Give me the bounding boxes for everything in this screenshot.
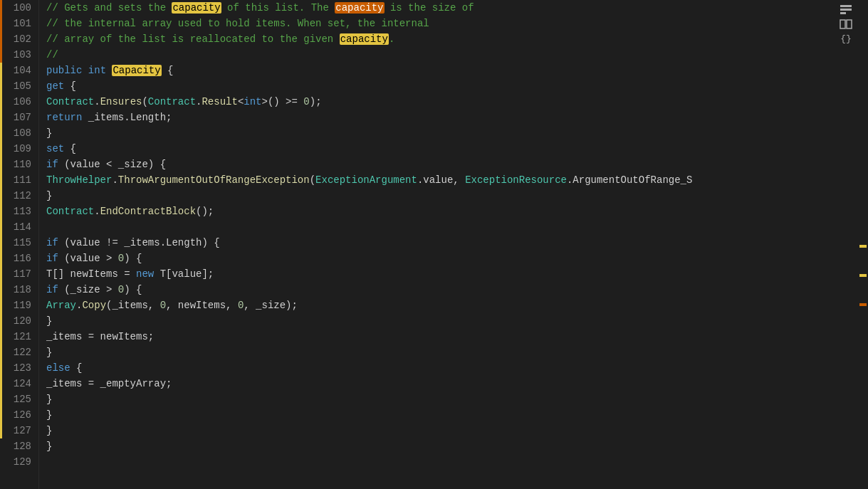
code-line: public int Capacity { (46, 63, 858, 78)
comment-token: // array of the list is reallocated to t… (46, 33, 340, 45)
comment-token: of this list. The (221, 2, 335, 14)
plain-token: ( (142, 96, 147, 107)
svg-rect-3 (840, 20, 845, 28)
plain-token: .value, (417, 174, 465, 186)
code-area[interactable]: // Gets and sets the capacity of this li… (39, 0, 858, 489)
plain-token: ); (310, 96, 322, 107)
comment-token: // the internal array used to hold items… (46, 18, 429, 29)
svg-rect-1 (840, 9, 852, 11)
plain-token: } (46, 425, 52, 436)
line-number: 118 (0, 282, 31, 298)
class-token: Contract (46, 206, 94, 217)
line-number: 100 (0, 0, 31, 16)
code-line: } (46, 345, 858, 360)
code-line: } (46, 423, 858, 438)
plain-token: } (46, 409, 52, 421)
line-number: 107 (0, 110, 31, 125)
code-line: Array.Copy(_items, 0, newItems, 0, _size… (46, 298, 858, 313)
svg-rect-2 (840, 12, 846, 14)
code-line: if (value > 0) { (46, 251, 858, 266)
code-line: else { (46, 360, 858, 376)
line-number: 112 (0, 188, 31, 204)
keyword-token: else (46, 362, 70, 374)
comment-token: // Gets and sets the (46, 2, 172, 14)
line-number: 116 (0, 251, 31, 266)
class-token: Array (46, 300, 76, 311)
line-number: 111 (0, 172, 31, 188)
plain-token: { (70, 362, 83, 374)
plain-token (82, 65, 88, 76)
minimap-toggle-icon[interactable] (838, 4, 854, 16)
class-token: ExceptionResource (465, 174, 567, 186)
scrollbar-area[interactable]: {} (858, 0, 868, 489)
line-number: 129 (0, 454, 31, 470)
line-number: 127 (0, 423, 31, 438)
line-number: 122 (0, 345, 31, 360)
code-line: set { (46, 141, 858, 157)
method-token: Result (202, 96, 237, 107)
split-editor-icon[interactable] (838, 18, 854, 31)
code-line: } (46, 188, 858, 204)
plain-token: ) { (124, 253, 142, 264)
line-number: 117 (0, 266, 31, 282)
number-token: 0 (160, 300, 166, 311)
line-number: 103 (0, 47, 31, 63)
plain-token: (value < _size) { (58, 159, 166, 170)
plain-token: . (112, 174, 117, 186)
class-token: Contract (46, 96, 94, 107)
keyword-token: if (46, 284, 58, 295)
keyword-token: public (46, 65, 82, 76)
line-number: 121 (0, 329, 31, 345)
method-token: Copy (82, 300, 106, 311)
line-number: 101 (0, 16, 31, 31)
method-token: Ensures (100, 96, 142, 107)
plain-token: _items = newItems; (46, 331, 154, 342)
plain-token: .ArgumentOutOfRange_S (567, 174, 692, 186)
plain-token: T[] newItems = (46, 268, 136, 280)
keyword-token: if (46, 253, 58, 264)
plain-token: _items.Length; (82, 112, 172, 123)
code-line: get { (46, 78, 858, 94)
class-token: ThrowHelper (46, 174, 112, 186)
bracket-icon[interactable]: {} (838, 32, 854, 45)
line-number: 110 (0, 157, 31, 172)
line-number: 126 (0, 407, 31, 423)
keyword-token: int (88, 65, 106, 76)
keyword-token: return (46, 112, 82, 123)
code-line: // the internal array used to hold items… (46, 16, 858, 31)
code-line: // array of the list is reallocated to t… (46, 31, 858, 47)
plain-token: ( (310, 174, 315, 186)
line-number: 123 (0, 360, 31, 376)
keyword-token: int (244, 96, 261, 107)
plain-token: } (46, 127, 52, 139)
plain-token: (_items, (106, 300, 160, 311)
line-number: 114 (0, 219, 31, 235)
line-number: 125 (0, 391, 31, 407)
keyword-token: if (46, 237, 58, 248)
scrollbar-indicator (859, 274, 867, 277)
code-line: // (46, 47, 858, 63)
plain-token: { (64, 143, 76, 154)
top-right-icons: {} (838, 4, 854, 45)
line-number: 119 (0, 298, 31, 313)
code-line: } (46, 125, 858, 141)
code-line: return _items.Length; (46, 110, 858, 125)
highlight-yellow-token: Capacity (112, 65, 161, 76)
plain-token: , _size); (244, 300, 298, 311)
number-token: 0 (303, 96, 309, 107)
line-number: 115 (0, 235, 31, 251)
plain-token: . (94, 96, 100, 107)
plain-token: (value != _items.Length) { (58, 237, 220, 248)
line-number: 113 (0, 204, 31, 219)
line-numbers: 1001011021031041051061071081091101111121… (0, 0, 39, 489)
code-line: } (46, 438, 858, 454)
comment-token: . (389, 33, 394, 45)
scrollbar-indicator (859, 245, 867, 248)
code-line (46, 219, 858, 235)
plain-token: } (46, 394, 52, 405)
highlight-yellow-token: capacity (172, 2, 221, 14)
code-line: Contract.Ensures(Contract.Result<int>() … (46, 94, 858, 110)
plain-token: >() >= (262, 96, 304, 107)
plain-token: } (46, 441, 52, 452)
line-number: 128 (0, 438, 31, 454)
